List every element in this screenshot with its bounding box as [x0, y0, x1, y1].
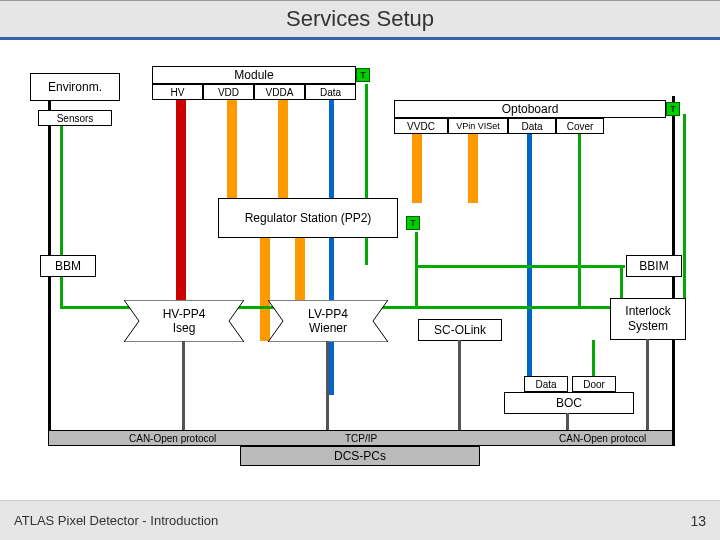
- box-module-hv: HV: [152, 84, 203, 100]
- line-cover: [578, 134, 581, 309]
- label-boc: BOC: [556, 396, 582, 410]
- box-optoboard: Optoboard: [394, 100, 666, 118]
- box-hvpp4: HV-PP4Iseg: [124, 300, 244, 342]
- bar-vdda: [278, 95, 288, 203]
- bar-data-opto: [527, 130, 532, 395]
- box-opto-data: Data: [508, 118, 556, 134]
- slide-title: Services Setup: [286, 6, 434, 32]
- label-canopen-right: CAN-Open protocol: [559, 433, 646, 444]
- box-module-vdd: VDD: [203, 84, 254, 100]
- line-t-opto: [683, 114, 686, 308]
- label-module-t: T: [360, 70, 366, 80]
- box-module-t: T: [356, 68, 370, 82]
- label-opto-cover: Cover: [567, 121, 594, 132]
- box-opto-vvdc: VVDC: [394, 118, 448, 134]
- line-boc-door: [592, 340, 595, 376]
- label-canopen-left: CAN-Open protocol: [129, 433, 216, 444]
- label-dcspcs: DCS-PCs: [334, 449, 386, 463]
- label-interlock2: System: [628, 319, 668, 334]
- label-tcpip: TCP/IP: [345, 433, 377, 444]
- box-lvpp4: LV-PP4Wiener: [268, 300, 388, 342]
- label-iseg: Iseg: [173, 321, 196, 335]
- box-scolink: SC-OLink: [418, 319, 502, 341]
- label-opto-t: T: [670, 104, 676, 114]
- label-interlock1: Interlock: [625, 304, 670, 319]
- bar-vvdc: [412, 130, 422, 203]
- box-boc-data: Data: [524, 376, 568, 392]
- label-opto-data: Data: [521, 121, 542, 132]
- label-boc-data: Data: [535, 379, 556, 390]
- conn-interlock: [646, 339, 649, 433]
- box-dcspcs: DCS-PCs: [240, 446, 480, 466]
- box-interlock: Interlock System: [610, 298, 686, 340]
- vline-env: [60, 110, 63, 309]
- conn-scolink: [458, 340, 461, 433]
- footer-left: ATLAS Pixel Detector - Introduction: [14, 513, 218, 528]
- box-module-vdda: VDDA: [254, 84, 305, 100]
- bar-vpin: [468, 130, 478, 203]
- box-opto-t: T: [666, 102, 680, 116]
- label-opto-vpin: VPin VISet: [456, 121, 500, 131]
- hline-bbm-bbim: [415, 265, 625, 268]
- box-boc: BOC: [504, 392, 634, 414]
- box-opto-vpin: VPin VISet: [448, 118, 508, 134]
- line-t-reg: [415, 232, 418, 308]
- label-module-vdda: VDDA: [266, 87, 294, 98]
- label-scolink: SC-OLink: [434, 323, 486, 337]
- label-module-hv: HV: [171, 87, 185, 98]
- label-module-vdd: VDD: [218, 87, 239, 98]
- bar-vdd: [227, 95, 237, 203]
- label-opto-vvdc: VVDC: [407, 121, 435, 132]
- box-boc-door: Door: [572, 376, 616, 392]
- label-bbim: BBIM: [639, 259, 668, 273]
- box-opto-cover: Cover: [556, 118, 604, 134]
- box-sensors: Sensors: [38, 110, 112, 126]
- label-regulator: Regulator Station (PP2): [245, 210, 372, 226]
- bar-data-module: [329, 95, 334, 395]
- footer-bar: ATLAS Pixel Detector - Introduction 13: [0, 500, 720, 540]
- box-reg-t: T: [406, 216, 420, 230]
- label-module-data: Data: [320, 87, 341, 98]
- label-environm: Environm.: [48, 80, 102, 94]
- label-boc-door: Door: [583, 379, 605, 390]
- protocol-bar: CAN-Open protocol TCP/IP CAN-Open protoc…: [48, 430, 673, 446]
- box-bbim: BBIM: [626, 255, 682, 277]
- slide-title-bar: Services Setup: [0, 0, 720, 40]
- box-regulator: Regulator Station (PP2): [218, 198, 398, 238]
- label-optoboard: Optoboard: [502, 102, 559, 116]
- box-module-data: Data: [305, 84, 356, 100]
- diagram-canvas: Environm. Sensors Module HV VDD VDDA Dat…: [0, 40, 720, 500]
- label-reg-t: T: [410, 218, 416, 228]
- label-lvpp4: LV-PP4: [308, 307, 348, 321]
- box-module: Module: [152, 66, 356, 84]
- label-hvpp4: HV-PP4: [163, 307, 206, 321]
- label-wiener: Wiener: [309, 321, 347, 335]
- label-sensors: Sensors: [57, 113, 94, 124]
- label-bbm: BBM: [55, 259, 81, 273]
- conn-lvpp4: [326, 341, 329, 433]
- box-bbm: BBM: [40, 255, 96, 277]
- conn-hvpp4: [182, 341, 185, 433]
- label-module: Module: [234, 68, 273, 82]
- page-number: 13: [690, 513, 706, 529]
- box-environm: Environm.: [30, 73, 120, 101]
